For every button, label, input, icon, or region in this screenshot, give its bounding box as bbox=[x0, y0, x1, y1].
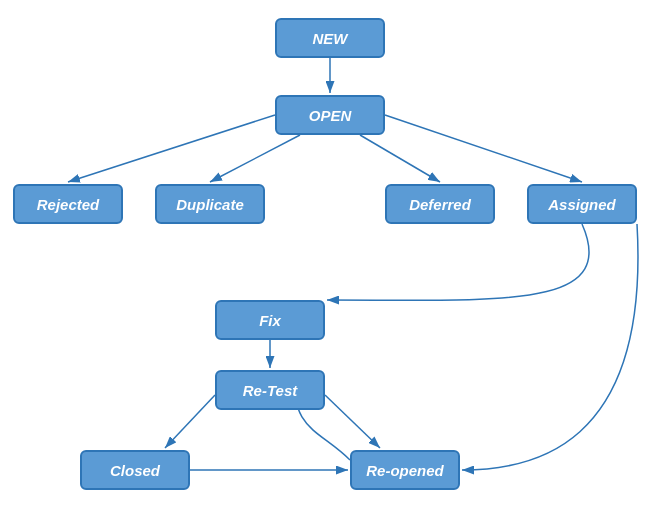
arrows-svg bbox=[0, 0, 660, 522]
node-fix: Fix bbox=[215, 300, 325, 340]
node-deferred: Deferred bbox=[385, 184, 495, 224]
svg-line-8 bbox=[325, 395, 380, 448]
diagram-container: NEWOPENRejectedDuplicateDeferredAssigned… bbox=[0, 0, 660, 522]
node-duplicate: Duplicate bbox=[155, 184, 265, 224]
node-closed: Closed bbox=[80, 450, 190, 490]
node-reopened: Re-opened bbox=[350, 450, 460, 490]
svg-line-2 bbox=[68, 115, 275, 182]
node-retest: Re-Test bbox=[215, 370, 325, 410]
svg-line-5 bbox=[385, 115, 582, 182]
svg-line-4 bbox=[360, 135, 440, 182]
node-new: NEW bbox=[275, 18, 385, 58]
node-open: OPEN bbox=[275, 95, 385, 135]
node-assigned: Assigned bbox=[527, 184, 637, 224]
svg-line-3 bbox=[210, 135, 300, 182]
svg-line-7 bbox=[165, 395, 215, 448]
node-rejected: Rejected bbox=[13, 184, 123, 224]
